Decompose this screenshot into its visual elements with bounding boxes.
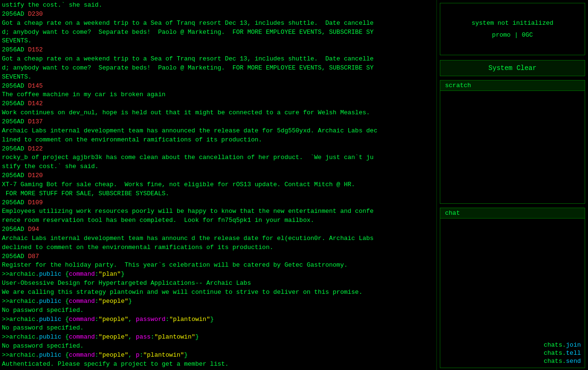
chat-link-tell[interactable]: chats.tell [544, 350, 581, 357]
chat-link-join[interactable]: chats.join [544, 341, 581, 349]
terminal-line: 2056AD D142 [2, 100, 435, 109]
terminal-line: SEVENTS. [2, 73, 435, 82]
terminal-panel: ustify the cost.` she said.2056AD D230Go… [0, 0, 436, 370]
terminal-line: 2056AD D120 [2, 171, 435, 180]
terminal-line: rence room reservation tool has been com… [2, 216, 435, 225]
chat-link-send[interactable]: chats.send [544, 358, 581, 365]
terminal-line: No password specified. [2, 324, 435, 333]
scratch-panel: scratch [440, 80, 585, 204]
chat-link-label: chats. [544, 341, 566, 349]
terminal-line: Register for the holiday party. This yea… [2, 261, 435, 270]
chat-links: chats.joinchats.tellchats.send [440, 339, 585, 368]
terminal-line: >>archaic.public {command:"plan"} [2, 270, 435, 279]
chat-link-method: send [566, 358, 581, 365]
terminal-line: >>archaic.public {command:"people"} [2, 297, 435, 306]
scratch-tab[interactable]: scratch [440, 80, 585, 91]
terminal-line: >>archaic.public {command:"people", pass… [2, 315, 435, 324]
chat-link-label: chats. [544, 350, 566, 357]
system-status: system not initialized [472, 20, 554, 27]
chat-link-label: chats. [544, 358, 566, 365]
terminal-line: 2056AD D94 [2, 225, 435, 234]
terminal-line: >>archaic.public {command:"people", pass… [2, 333, 435, 342]
terminal-line: 2056AD D109 [2, 199, 435, 208]
terminal-line: d; anybody want to come? Separate beds! … [2, 28, 435, 37]
promo-text: promo | 0GC [492, 31, 533, 39]
terminal-line: User-Obsessive Design for Hypertargeted … [2, 279, 435, 288]
terminal-line: Employees utilizing work resources poorl… [2, 207, 435, 216]
terminal-line: 2056AD D137 [2, 118, 435, 127]
terminal-line: 2056AD D145 [2, 82, 435, 91]
terminal-line: Authenticated. Please specify a project … [2, 360, 435, 369]
system-clear-button[interactable]: System Clear [440, 60, 585, 76]
terminal-line: XT-7 Gaming Bot for sale cheap. Works fi… [2, 180, 435, 190]
info-box: system not initialized promo | 0GC [440, 3, 585, 55]
chat-tab[interactable]: chat [440, 208, 585, 219]
terminal-line: stify the cost.` she said. [2, 162, 435, 171]
terminal-line: We are calling this strategy plantowin a… [2, 288, 435, 297]
terminal-line: SEVENTS. [2, 37, 435, 46]
terminal-line: Work continues on dev_nul, hope is held … [2, 109, 435, 118]
chat-content [440, 219, 585, 339]
terminal-line: Got a cheap rate on a weekend trip to a … [2, 55, 435, 64]
terminal-line: declined to comment on the environmental… [2, 243, 435, 252]
terminal-line: 2056AD D230 [2, 10, 435, 19]
terminal-line: No password specified. [2, 342, 435, 351]
terminal-line: ustify the cost.` she said. [2, 1, 435, 10]
terminal-line: FOR MORE STUFF FOR SALE, SUBSCRIBE SYSDE… [2, 190, 435, 199]
terminal-line: 2056AD D122 [2, 145, 435, 154]
terminal-line: lined to comment on the environmental ra… [2, 136, 435, 145]
chat-link-method: join [566, 341, 581, 349]
chat-link-method: tell [566, 350, 581, 357]
terminal-line: rocky_b of project agjbrb3k has come cle… [2, 153, 435, 162]
chat-panel: chat chats.joinchats.tellchats.send [440, 208, 585, 368]
terminal-line: 2056AD D87 [2, 252, 435, 261]
terminal-line: d; anybody want to come? Separate beds! … [2, 64, 435, 73]
terminal-line: >>archaic.public {command:"people", p:"p… [2, 351, 435, 360]
terminal-line: Got a cheap rate on a weekend trip to a … [2, 19, 435, 28]
terminal-line: The coffee machine in my car is broken a… [2, 90, 435, 100]
scratch-content [440, 91, 585, 203]
terminal-line: Archaic Labs internal development team h… [2, 127, 435, 136]
terminal-line: No password specified. [2, 306, 435, 315]
terminal-line: Archaic Labs internal development team h… [2, 234, 435, 243]
right-panel: system not initialized promo | 0GC Syste… [436, 0, 588, 370]
terminal-line: 2056AD D152 [2, 46, 435, 55]
